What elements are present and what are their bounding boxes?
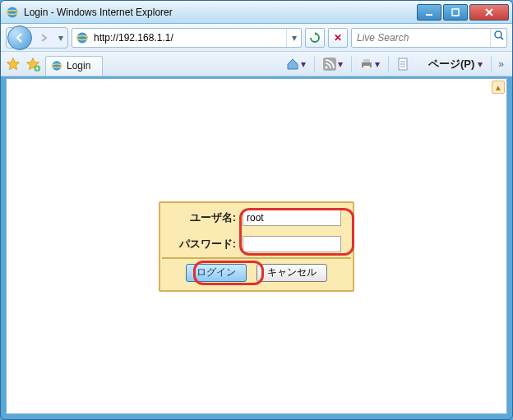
address-input[interactable] [92, 29, 286, 47]
svg-point-6 [495, 31, 501, 38]
tab-label: Login [67, 60, 90, 72]
svg-rect-14 [363, 59, 370, 62]
svg-point-4 [77, 32, 88, 43]
page-icon [397, 58, 409, 71]
page-menu-label: ページ(P) [410, 57, 474, 72]
navigation-bar: ▾ ▾ ✕ [1, 24, 512, 52]
username-label: ユーザ名: [172, 210, 236, 225]
login-panel: ユーザ名: パスワード: ログイン キャンセル [159, 201, 354, 292]
svg-point-0 [7, 7, 18, 17]
svg-rect-3 [452, 9, 459, 16]
print-menu[interactable]: ▾ [357, 54, 383, 74]
login-button[interactable]: ログイン [186, 264, 247, 282]
search-go-button[interactable] [490, 29, 506, 47]
search-bar[interactable] [351, 28, 507, 48]
window-maximize-button[interactable] [443, 4, 468, 21]
page-menu[interactable]: ページ(P) ▾ [394, 54, 486, 74]
window-title: Login - Windows Internet Explorer [24, 7, 415, 18]
svg-point-12 [326, 66, 328, 68]
toolbar-overflow[interactable]: » [495, 58, 507, 70]
username-input[interactable] [243, 210, 341, 226]
address-bar[interactable]: ▾ [72, 28, 302, 48]
nav-history-dropdown[interactable]: ▾ [55, 28, 67, 48]
command-bar: Login ▾ ▾ ▾ ページ(P) ▾ » [1, 52, 512, 76]
svg-rect-2 [426, 14, 432, 16]
svg-point-9 [52, 61, 61, 70]
back-button[interactable] [7, 25, 32, 50]
home-menu[interactable]: ▾ [283, 54, 309, 74]
ie-icon [6, 6, 19, 19]
printer-icon [360, 58, 373, 71]
stop-button[interactable]: ✕ [328, 28, 348, 48]
rss-icon [323, 58, 336, 71]
favorites-star-icon[interactable] [6, 57, 21, 72]
refresh-button[interactable] [305, 28, 325, 48]
tab-login[interactable]: Login [45, 56, 103, 76]
feeds-menu[interactable]: ▾ [320, 54, 346, 74]
search-input[interactable] [352, 29, 490, 47]
forward-button[interactable] [32, 28, 55, 48]
cancel-button[interactable]: キャンセル [256, 264, 327, 282]
home-icon [286, 58, 299, 71]
window-minimize-button[interactable] [417, 4, 441, 21]
page-content: ▲ ユーザ名: パスワード: ログイン キャンセル [6, 78, 507, 414]
password-label: パスワード: [172, 237, 236, 252]
ie-icon [76, 31, 89, 44]
svg-line-7 [501, 37, 503, 39]
window-titlebar: Login - Windows Internet Explorer [1, 1, 512, 24]
svg-rect-11 [323, 58, 336, 71]
password-input[interactable] [243, 236, 341, 252]
window-close-button[interactable] [469, 4, 509, 21]
ie-icon [51, 60, 62, 72]
svg-rect-15 [363, 66, 370, 69]
address-dropdown[interactable]: ▾ [286, 29, 301, 47]
scroll-up-indicator[interactable]: ▲ [492, 81, 505, 94]
add-favorite-icon[interactable] [25, 57, 40, 72]
